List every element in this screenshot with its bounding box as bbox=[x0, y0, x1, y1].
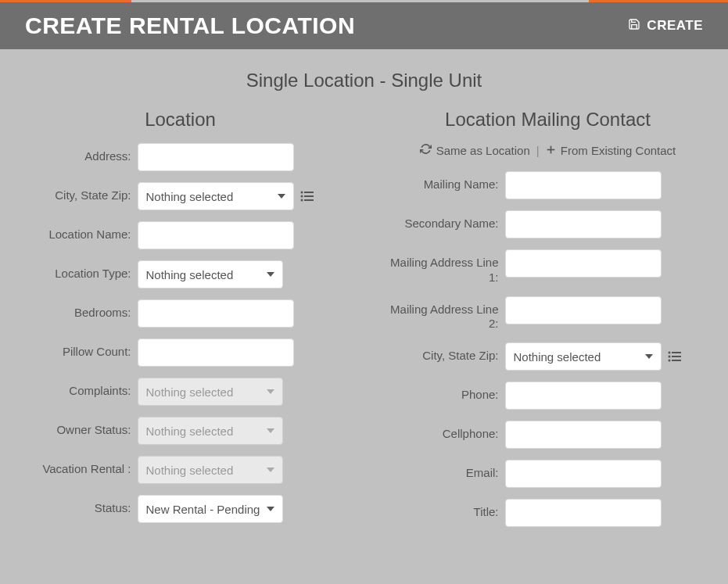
svg-rect-9 bbox=[672, 352, 681, 353]
chevron-down-icon bbox=[267, 428, 274, 433]
list-icon[interactable] bbox=[300, 191, 314, 202]
chevron-down-icon bbox=[267, 272, 274, 277]
address-input[interactable] bbox=[138, 143, 294, 171]
create-button[interactable]: CREATE bbox=[628, 18, 703, 34]
same-as-location-link[interactable]: Same as Location bbox=[420, 143, 530, 157]
owner-status-label: Owner Status: bbox=[16, 417, 138, 438]
svg-point-2 bbox=[300, 195, 303, 198]
contact-city-select[interactable]: Nothing selected bbox=[505, 342, 662, 371]
from-existing-link[interactable]: From Existing Contact bbox=[546, 144, 676, 157]
vacation-value: Nothing selected bbox=[146, 464, 234, 477]
chevron-down-icon bbox=[267, 389, 274, 394]
location-type-select[interactable]: Nothing selected bbox=[138, 260, 283, 288]
addr2-label: Mailing Address Line 2: bbox=[384, 296, 505, 332]
city-select-value: Nothing selected bbox=[146, 190, 234, 203]
save-icon bbox=[628, 18, 640, 34]
chevron-down-icon bbox=[267, 468, 274, 472]
header-bar: CREATE RENTAL LOCATION CREATE bbox=[0, 2, 728, 49]
chevron-down-icon bbox=[645, 354, 653, 359]
chevron-down-icon bbox=[267, 507, 274, 511]
status-value: New Rental - Pending bbox=[146, 503, 260, 516]
subtitle: Single Location - Single Unit bbox=[0, 70, 728, 91]
page-title: CREATE RENTAL LOCATION bbox=[25, 13, 355, 39]
addr2-input[interactable] bbox=[505, 296, 662, 324]
mailing-name-input[interactable] bbox=[505, 171, 662, 199]
vacation-label: Vacation Rental : bbox=[16, 456, 138, 477]
chevron-down-icon bbox=[278, 194, 285, 199]
bedrooms-input[interactable] bbox=[138, 299, 294, 328]
owner-status-value: Nothing selected bbox=[146, 425, 234, 438]
location-name-input[interactable] bbox=[138, 221, 294, 249]
contact-city-value: Nothing selected bbox=[514, 350, 601, 364]
title-label: Title: bbox=[384, 499, 505, 520]
status-select[interactable]: New Rental - Pending bbox=[138, 495, 283, 523]
bedrooms-label: Bedrooms: bbox=[16, 299, 138, 321]
location-section: Location Address: City, State Zip: Nothi… bbox=[16, 109, 345, 538]
title-input[interactable] bbox=[505, 499, 662, 527]
phone-label: Phone: bbox=[384, 382, 505, 403]
complaints-select[interactable]: Nothing selected bbox=[138, 378, 283, 406]
svg-rect-1 bbox=[304, 192, 314, 193]
same-as-location-label: Same as Location bbox=[436, 144, 530, 157]
create-button-label: CREATE bbox=[647, 18, 703, 34]
complaints-value: Nothing selected bbox=[146, 385, 234, 399]
divider: | bbox=[536, 144, 540, 157]
email-input[interactable] bbox=[505, 460, 662, 488]
owner-status-select[interactable]: Nothing selected bbox=[138, 417, 283, 445]
location-heading: Location bbox=[16, 109, 345, 131]
secondary-name-label: Secondary Name: bbox=[384, 210, 505, 231]
list-icon[interactable] bbox=[668, 351, 682, 362]
refresh-icon bbox=[420, 143, 432, 157]
city-label: City, State Zip: bbox=[16, 182, 138, 203]
svg-point-8 bbox=[668, 352, 670, 354]
vacation-select[interactable]: Nothing selected bbox=[138, 456, 283, 484]
mailing-name-label: Mailing Name: bbox=[384, 171, 505, 192]
city-select[interactable]: Nothing selected bbox=[138, 182, 294, 210]
contact-heading: Location Mailing Contact bbox=[384, 109, 712, 131]
email-label: Email: bbox=[384, 460, 505, 481]
contact-city-label: City, State Zip: bbox=[384, 342, 505, 364]
complaints-label: Complaints: bbox=[16, 378, 138, 399]
location-type-label: Location Type: bbox=[16, 260, 138, 281]
accent-bar bbox=[0, 0, 728, 2]
addr1-input[interactable] bbox=[505, 249, 662, 278]
plus-icon bbox=[546, 144, 556, 157]
svg-point-12 bbox=[668, 360, 670, 362]
address-label: Address: bbox=[16, 143, 138, 164]
secondary-name-input[interactable] bbox=[505, 210, 662, 238]
location-name-label: Location Name: bbox=[16, 221, 138, 242]
addr1-label: Mailing Address Line 1: bbox=[384, 249, 505, 285]
cell-label: Cellphone: bbox=[384, 421, 505, 442]
svg-rect-5 bbox=[304, 199, 314, 201]
svg-rect-13 bbox=[672, 360, 681, 361]
svg-point-4 bbox=[300, 199, 303, 202]
cell-input[interactable] bbox=[505, 421, 662, 449]
svg-point-10 bbox=[668, 356, 670, 358]
pillow-label: Pillow Count: bbox=[16, 339, 138, 360]
pillow-input[interactable] bbox=[138, 339, 294, 367]
location-type-value: Nothing selected bbox=[146, 268, 234, 281]
svg-point-0 bbox=[300, 192, 303, 194]
status-label: Status: bbox=[16, 495, 138, 516]
svg-rect-11 bbox=[672, 356, 681, 357]
svg-rect-3 bbox=[304, 195, 314, 197]
contact-section: Location Mailing Contact Same as Locatio… bbox=[384, 109, 712, 538]
contact-actions: Same as Location | From Existing Contact bbox=[384, 143, 712, 157]
from-existing-label: From Existing Contact bbox=[561, 144, 676, 157]
phone-input[interactable] bbox=[505, 382, 662, 410]
